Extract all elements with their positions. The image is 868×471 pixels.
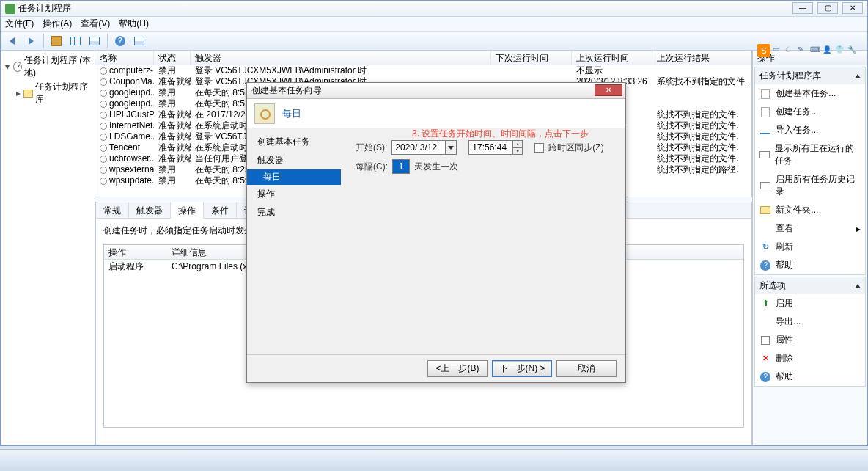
wizard-close-button[interactable]: ✕ [595, 84, 622, 96]
section1-title: 任务计划程序库 [760, 70, 821, 82]
tz-label: 跨时区同步(Z) [548, 142, 603, 154]
step-daily[interactable]: 每日 [247, 169, 341, 185]
action-create-task[interactable]: 创建任务... [755, 103, 865, 121]
tab-conditions[interactable]: 条件 [204, 202, 237, 218]
action-export[interactable]: 导出... [755, 313, 865, 331]
date-dropdown[interactable] [446, 140, 457, 155]
wizard-header: 每日 [247, 99, 625, 128]
start-label: 开始(S): [356, 142, 387, 154]
tab-general[interactable]: 常规 [96, 202, 129, 218]
action-enable[interactable]: ⬆启用 [755, 294, 865, 313]
ime-kbd-icon[interactable]: ⌨ [810, 45, 820, 56]
interval-input[interactable] [392, 159, 410, 174]
titlebar: 任务计划程序 — ▢ ✕ [1, 1, 867, 17]
wizard-icon [254, 103, 275, 124]
wizard-footer: <上一步(B) 下一步(N) > 取消 [247, 354, 625, 382]
next-button-wiz[interactable]: 下一步(N) > [492, 360, 552, 377]
action-help1[interactable]: ?帮助 [755, 256, 865, 274]
step-action[interactable]: 操作 [247, 185, 341, 203]
tz-checkbox[interactable] [534, 143, 544, 153]
step-finish[interactable]: 完成 [247, 203, 341, 222]
minimize-button[interactable]: — [792, 2, 813, 14]
sogou-icon[interactable]: S [757, 44, 770, 57]
view2-button[interactable] [87, 33, 103, 49]
wizard-heading: 每日 [282, 107, 301, 120]
interval-unit: 天发生一次 [414, 161, 458, 173]
tree-pane: ▾ 任务计划程序 (本地) ▸ 任务计划程序库 [1, 51, 95, 445]
col-name[interactable]: 名称 [95, 51, 154, 65]
step-trigger[interactable]: 触发器 [247, 151, 341, 169]
menu-view[interactable]: 查看(V) [81, 18, 110, 30]
tree-root-label: 任务计划程序 (本地) [24, 54, 92, 79]
inner-h1[interactable]: 操作 [104, 245, 167, 259]
menu-action[interactable]: 操作(A) [43, 18, 72, 30]
interval-label: 每隔(C): [356, 161, 388, 173]
time-input[interactable] [468, 140, 512, 155]
ime-bar[interactable]: S 中 ☾ ✎ ⌨ 👤 👕 🔧 [757, 44, 858, 57]
ime-shirt-icon[interactable]: 👕 [835, 45, 845, 56]
taskbar[interactable] [0, 449, 868, 471]
tab-actions[interactable]: 操作 [171, 202, 204, 219]
date-input[interactable] [391, 140, 446, 155]
action-view[interactable]: 查看▸ [755, 219, 865, 238]
ime-moon-icon[interactable]: ☾ [785, 45, 795, 56]
ime-hand-icon[interactable]: ✎ [798, 45, 808, 56]
action-new-folder[interactable]: 新文件夹... [755, 201, 865, 219]
action-import[interactable]: 导入任务... [755, 121, 865, 139]
menu-help[interactable]: 帮助(H) [119, 18, 149, 30]
forward-button[interactable] [23, 33, 39, 49]
window-title: 任务计划程序 [18, 2, 71, 15]
wizard-content: 开始(S): ▲▼ 跨时区同步(Z) 每隔(C): 天发生一次 [341, 128, 625, 354]
annotation: 3. 设置任务开始时间、时间间隔，点击下一步 [412, 128, 589, 140]
props-button[interactable] [131, 33, 147, 49]
section2-title: 所选项 [760, 280, 786, 292]
wizard-title-text: 创建基本任务向导 [251, 84, 322, 97]
action-delete[interactable]: ✕删除 [755, 349, 865, 368]
time-spinner[interactable]: ▲▼ [512, 140, 523, 155]
action-enable-history[interactable]: 启用所有任务历史记录 [755, 170, 865, 201]
ime-cn[interactable]: 中 [773, 45, 783, 56]
menubar: 文件(F) 操作(A) 查看(V) 帮助(H) [1, 17, 867, 32]
action-properties[interactable]: 属性 [755, 331, 865, 349]
col-status[interactable]: 状态 [154, 51, 191, 65]
action-create-basic[interactable]: 创建基本任务... [755, 84, 865, 103]
cancel-button-wiz[interactable]: 取消 [556, 360, 617, 377]
step-basic[interactable]: 创建基本任务 [247, 133, 341, 151]
up-button[interactable] [48, 33, 65, 49]
toolbar: ? [1, 32, 867, 51]
maximize-button[interactable]: ▢ [817, 2, 838, 14]
clock-icon [13, 62, 22, 72]
back-button-wiz[interactable]: <上一步(B) [427, 360, 488, 377]
tree-root[interactable]: ▾ 任务计划程序 (本地) [3, 54, 93, 80]
actions-pane: 操作 任务计划程序库 创建基本任务... 创建任务... 导入任务... 显示所… [752, 51, 867, 445]
menu-file[interactable]: 文件(F) [5, 18, 34, 30]
wizard-titlebar: 创建基本任务向导 ✕ [247, 83, 625, 99]
action-refresh[interactable]: ↻刷新 [755, 238, 865, 256]
ime-tool-icon[interactable]: 🔧 [847, 45, 858, 56]
table-row[interactable]: computerz-...禁用登录 VC56TJCXM5XJWFB\Admini… [95, 65, 751, 76]
col-trigger[interactable]: 触发器 [191, 51, 491, 65]
close-button[interactable]: ✕ [842, 2, 863, 14]
app-icon [5, 4, 15, 14]
tree-library-label: 任务计划程序库 [35, 81, 92, 106]
col-last[interactable]: 上次运行时间 [572, 51, 652, 65]
folder-icon [23, 90, 33, 98]
view1-button[interactable] [67, 33, 84, 49]
action-show-running[interactable]: 显示所有正在运行的任务 [755, 139, 865, 170]
wizard-steps: 创建基本任务 触发器 每日 操作 完成 [247, 128, 341, 354]
action-type: 启动程序 [104, 260, 167, 273]
tree-library[interactable]: ▸ 任务计划程序库 [3, 80, 93, 106]
col-next[interactable]: 下次运行时间 [491, 51, 572, 65]
action-help2[interactable]: ?帮助 [755, 368, 865, 386]
col-result[interactable]: 上次运行结果 [652, 51, 751, 65]
back-button[interactable] [4, 33, 20, 49]
ime-person-icon[interactable]: 👤 [823, 45, 833, 56]
tab-triggers[interactable]: 触发器 [129, 202, 171, 218]
help-button[interactable]: ? [112, 33, 128, 49]
